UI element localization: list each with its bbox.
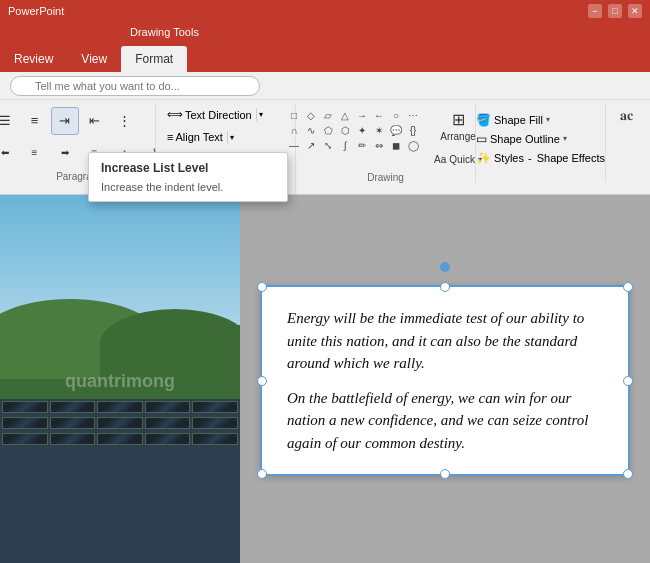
- text-direction-row: ⟺ Text Direction ▾: [162, 105, 289, 124]
- shape-eq-arrow[interactable]: ⇔: [371, 138, 387, 152]
- solar-cell: [2, 417, 48, 429]
- shape-arc[interactable]: ∩: [286, 123, 302, 137]
- align-text-arrow[interactable]: ▾: [227, 131, 236, 144]
- title-bar: PowerPoint − □ ✕: [0, 0, 650, 22]
- handle-bc[interactable]: [440, 469, 450, 479]
- ribbon-group-drawing: □ ◇ ▱ △ → ← ○ ⋯ ∩ ∿ ⬠ ⬡ ✦ ✶ 💬 {} —: [296, 104, 476, 183]
- shape-pentagon[interactable]: ⬠: [320, 123, 336, 137]
- shape-arrow-l[interactable]: ←: [371, 108, 387, 122]
- solar-cell: [50, 401, 96, 413]
- align-text-row: ≡ Align Text ▾: [162, 128, 289, 146]
- slide-image: quantrimong: [0, 195, 240, 563]
- window-controls: − □ ✕: [588, 4, 642, 18]
- solar-cell: [2, 433, 48, 445]
- shape-arrow[interactable]: ↗: [303, 138, 319, 152]
- ribbon-group-shape-format: 🪣 Shape Fill ▾ ▭ Shape Outline ▾ ✨ Style…: [476, 104, 606, 182]
- accessibility-icon: 𝐚𝐜: [620, 107, 633, 124]
- shape-outline-icon: ▭: [476, 132, 487, 146]
- solar-cell: [50, 433, 96, 445]
- shape-ring[interactable]: ◯: [405, 138, 421, 152]
- shape-effects-label: Shape Effects: [537, 152, 605, 164]
- shape-parallelogram[interactable]: ▱: [320, 108, 336, 122]
- shape-wave[interactable]: ∿: [303, 123, 319, 137]
- handle-tc[interactable]: [440, 282, 450, 292]
- solar-cell: [192, 433, 238, 445]
- arrange-icon: ⊞: [452, 110, 465, 129]
- hill2: [100, 309, 240, 379]
- solar-cell: [192, 417, 238, 429]
- tab-review[interactable]: Review: [0, 46, 67, 72]
- solar-row2: [0, 415, 240, 431]
- shape-format-label: [539, 171, 542, 182]
- search-bar: 🔍: [0, 72, 650, 100]
- decrease-indent-button[interactable]: ⇤: [81, 107, 109, 135]
- tooltip-popup: Increase List Level Increase the indent …: [88, 152, 288, 202]
- handle-mr[interactable]: [623, 376, 633, 386]
- tab-format[interactable]: Format: [121, 46, 187, 72]
- search-input[interactable]: [10, 76, 260, 96]
- tab-view[interactable]: View: [67, 46, 121, 72]
- shape-arrow-r[interactable]: →: [354, 108, 370, 122]
- handle-tr[interactable]: [623, 282, 633, 292]
- text-direction-arrow[interactable]: ▾: [256, 108, 265, 121]
- solar-row3: [0, 431, 240, 447]
- shape-curve[interactable]: ∫: [337, 138, 353, 152]
- align-text-splitbtn[interactable]: ≡ Align Text ▾: [162, 128, 237, 146]
- align-left-button[interactable]: ⬅: [0, 139, 19, 167]
- quick-styles-label: Quick: [449, 154, 475, 165]
- shape-brace[interactable]: {}: [405, 123, 421, 137]
- solar-cell: [145, 417, 191, 429]
- shape-oval[interactable]: ○: [388, 108, 404, 122]
- shape-fill-arrow: ▾: [546, 115, 550, 124]
- shape-more[interactable]: ⋯: [405, 108, 421, 122]
- align-center-button[interactable]: ≡: [21, 139, 49, 167]
- shape-outline-label: Shape Outline: [490, 133, 560, 145]
- solar-row1: [0, 399, 240, 415]
- increase-indent-button[interactable]: ⇥: [51, 107, 79, 135]
- shape-star4[interactable]: ✦: [354, 123, 370, 137]
- shape-callout[interactable]: 💬: [388, 123, 404, 137]
- slide-text-content: Energy will be the immediate test of our…: [287, 307, 603, 454]
- handle-rotate[interactable]: [440, 262, 450, 272]
- list-buttons-row1: ☰ ≡ ⇥ ⇤ ⋮: [0, 107, 169, 135]
- minimize-button[interactable]: −: [588, 4, 602, 18]
- bullet-list-button[interactable]: ☰: [0, 107, 19, 135]
- shape-fill-button[interactable]: 🪣 Shape Fill ▾: [473, 112, 608, 128]
- handle-bl[interactable]: [257, 469, 267, 479]
- maximize-button[interactable]: □: [608, 4, 622, 18]
- close-button[interactable]: ✕: [628, 4, 642, 18]
- shape-freeform[interactable]: ✏: [354, 138, 370, 152]
- app-title: PowerPoint: [8, 5, 64, 17]
- shape-effects-icon: ✨: [476, 151, 491, 165]
- accessibility-button[interactable]: 𝐚𝐜: [612, 104, 640, 127]
- slide-panel: quantrimong: [0, 195, 240, 563]
- handle-ml[interactable]: [257, 376, 267, 386]
- shape-connector[interactable]: ⤡: [320, 138, 336, 152]
- tooltip-title: Increase List Level: [89, 159, 287, 179]
- text-direction-splitbtn[interactable]: ⟺ Text Direction ▾: [162, 105, 266, 124]
- solar-panels: [0, 399, 240, 563]
- shape-hexagon[interactable]: ⬡: [337, 123, 353, 137]
- list-settings-button[interactable]: ⋮: [111, 107, 139, 135]
- shape-diamond[interactable]: ◇: [303, 108, 319, 122]
- text-box[interactable]: Energy will be the immediate test of our…: [260, 285, 630, 476]
- numbered-list-button[interactable]: ≡: [21, 107, 49, 135]
- shape-effects-button[interactable]: ✨ Styles - Shape Effects: [473, 150, 608, 166]
- solar-cell: [97, 417, 143, 429]
- handle-br[interactable]: [623, 469, 633, 479]
- shapes-grid: □ ◇ ▱ △ → ← ○ ⋯ ∩ ∿ ⬠ ⬡ ✦ ✶ 💬 {} —: [284, 106, 423, 154]
- shape-outline-arrow: ▾: [563, 134, 567, 143]
- shape-line[interactable]: —: [286, 138, 302, 152]
- shape-triangle[interactable]: △: [337, 108, 353, 122]
- shape-outline-button[interactable]: ▭ Shape Outline ▾: [473, 131, 608, 147]
- shape-star6[interactable]: ✶: [371, 123, 387, 137]
- main-content: quantrimong Energy will be the immediate…: [0, 195, 650, 563]
- solar-cell: [192, 401, 238, 413]
- text-area[interactable]: Energy will be the immediate test of our…: [240, 195, 650, 563]
- shape-fill-label: Shape Fill: [494, 114, 543, 126]
- handle-tl[interactable]: [257, 282, 267, 292]
- shape-rect[interactable]: □: [286, 108, 302, 122]
- align-right-button[interactable]: ➡: [51, 139, 79, 167]
- shape-fill-icon: 🪣: [476, 113, 491, 127]
- shape-block[interactable]: ◼: [388, 138, 404, 152]
